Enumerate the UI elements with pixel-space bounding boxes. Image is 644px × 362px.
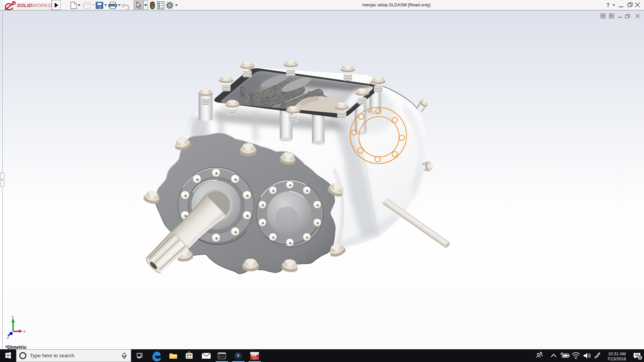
svg-text:?: ? <box>606 2 610 8</box>
svg-text:X: X <box>23 329 25 334</box>
svg-text:7/13/2018: 7/13/2018 <box>607 357 626 361</box>
svg-text:Z: Z <box>7 335 9 339</box>
svg-text:SOLIDWORKS: SOLIDWORKS <box>17 2 51 8</box>
svg-text:SW: SW <box>251 354 257 357</box>
svg-text:2017: 2017 <box>253 357 258 360</box>
svg-text:Y: Y <box>11 315 14 319</box>
svg-text:2: 2 <box>639 356 641 360</box>
svg-text:10:31 AM: 10:31 AM <box>608 352 626 356</box>
svg-text:C:\_: C:\_ <box>219 355 225 358</box>
